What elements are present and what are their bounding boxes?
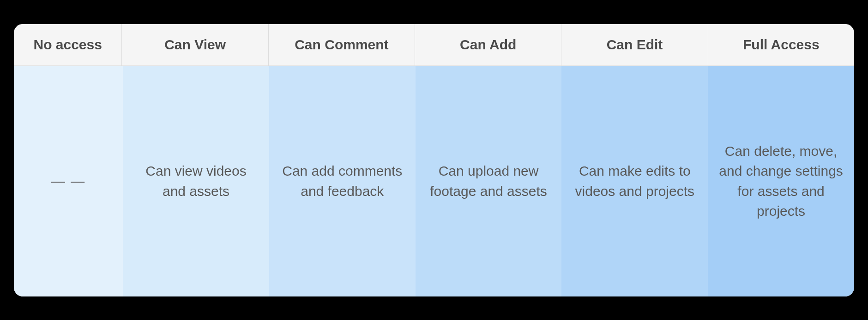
table-body-row: — — Can view videos and assets Can add c… — [14, 66, 854, 296]
desc-can-edit: Can make edits to videos and projects — [561, 66, 708, 296]
desc-can-add: Can upload new footage and assets — [416, 66, 562, 296]
header-can-edit: Can Edit — [561, 24, 708, 65]
header-can-add: Can Add — [415, 24, 561, 65]
desc-full-access: Can delete, move, and change settings fo… — [708, 66, 854, 296]
header-can-view: Can View — [122, 24, 268, 65]
desc-can-comment: Can add comments and feedback — [269, 66, 416, 296]
header-can-comment: Can Comment — [269, 24, 415, 65]
desc-no-access: — — — [14, 66, 123, 296]
permissions-table: No access Can View Can Comment Can Add C… — [14, 24, 854, 296]
desc-can-view: Can view videos and assets — [123, 66, 269, 296]
table-header-row: No access Can View Can Comment Can Add C… — [14, 24, 854, 66]
header-full-access: Full Access — [708, 24, 854, 65]
header-no-access: No access — [14, 24, 122, 65]
